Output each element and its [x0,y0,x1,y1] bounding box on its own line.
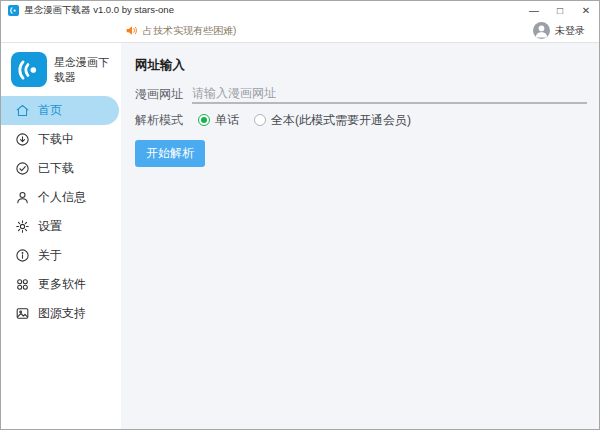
sidebar-item-label: 个人信息 [38,189,86,206]
app-logo-icon [8,5,19,16]
section-title: 网址输入 [135,57,587,74]
sidebar-item-label: 首页 [38,102,62,119]
settings-icon [15,219,30,234]
app-logo-large-icon [11,52,47,87]
window-title: 星念漫画下载器 v1.0.0 by stars-one [24,4,174,17]
sidebar-item-more-apps[interactable]: 更多软件 [1,270,121,299]
home-icon [15,103,30,118]
app-name: 星念漫画下载器 [54,55,113,85]
login-status[interactable]: 未登录 [555,24,585,38]
parse-mode-row: 解析模式 单话 全本(此模式需要开通会员) [135,111,587,129]
sidebar-item-about[interactable]: 关于 [1,241,121,270]
radio-full-book[interactable]: 全本(此模式需要开通会员) [239,112,411,129]
sidebar-item-settings[interactable]: 设置 [1,212,121,241]
sidebar-item-label: 更多软件 [38,276,86,293]
minimize-button[interactable]: — [521,1,547,19]
sidebar: 星念漫画下载器 首页 [1,43,121,429]
sidebar-item-label: 关于 [38,247,62,264]
about-icon [15,248,30,263]
login-area[interactable]: 未登录 [533,22,585,39]
parse-mode-options: 单话 全本(此模式需要开通会员) [183,112,411,129]
radio-icon[interactable] [198,114,210,126]
sidebar-item-home[interactable]: 首页 [1,96,119,125]
profile-icon [15,190,30,205]
sidebar-item-image-source[interactable]: 图源支持 [1,299,121,328]
sidebar-item-downloading[interactable]: 下载中 [1,125,121,154]
downloading-icon [15,132,30,147]
announcement: 占技术实现有些困难) [125,24,236,38]
parse-mode-label: 解析模式 [135,112,183,129]
window-controls: — □ ✕ [521,1,599,19]
topbar: 占技术实现有些困难) 未登录 [1,19,599,43]
radio-label[interactable]: 全本(此模式需要开通会员) [271,112,411,129]
sidebar-item-profile[interactable]: 个人信息 [1,183,121,212]
sidebar-item-label: 图源支持 [38,305,86,322]
main-content: 网址输入 漫画网址 解析模式 单话 全本(此模式需要开通会员) [121,43,599,429]
announcement-text: 占技术实现有些困难) [143,24,236,38]
downloaded-icon [15,161,30,176]
sidebar-item-downloaded[interactable]: 已下载 [1,154,121,183]
radio-label[interactable]: 单话 [215,112,239,129]
more-apps-icon [15,277,30,292]
url-label: 漫画网址 [135,86,183,103]
sidebar-item-label: 下载中 [38,131,74,148]
close-button[interactable]: ✕ [573,1,599,19]
sidebar-logo-row: 星念漫画下载器 [1,52,121,87]
app-window: 星念漫画下载器 v1.0.0 by stars-one — □ ✕ 占技术实现有… [0,0,600,430]
app-body: 星念漫画下载器 首页 [1,43,599,429]
avatar-icon[interactable] [533,22,550,39]
sidebar-menu: 首页 下载中 [1,96,121,328]
start-parse-button[interactable]: 开始解析 [135,140,205,167]
titlebar: 星念漫画下载器 v1.0.0 by stars-one — □ ✕ [1,1,599,19]
sidebar-item-label: 已下载 [38,160,74,177]
sidebar-item-label: 设置 [38,218,62,235]
image-source-icon [15,306,30,321]
radio-single-chapter[interactable]: 单话 [183,112,239,129]
speaker-icon [125,24,138,37]
comic-url-input[interactable] [192,85,587,104]
radio-icon[interactable] [254,114,266,126]
url-input-row: 漫画网址 [135,85,587,103]
maximize-button[interactable]: □ [547,1,573,19]
